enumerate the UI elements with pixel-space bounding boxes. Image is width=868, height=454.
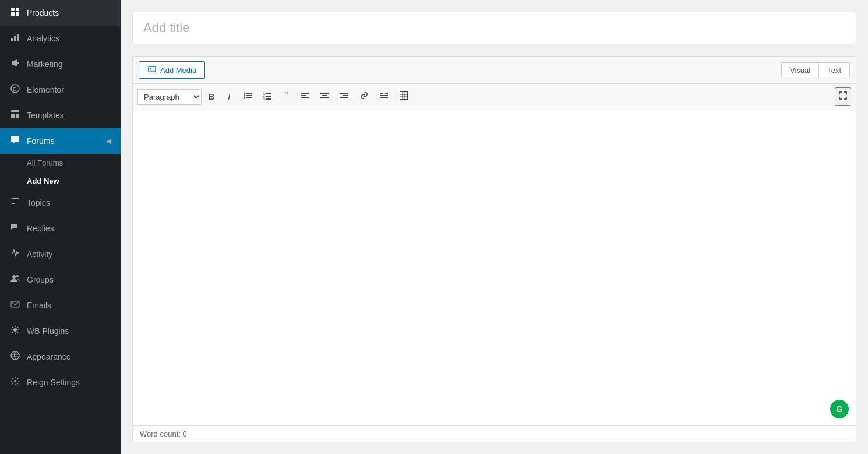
sidebar-item-marketing[interactable]: Marketing	[0, 51, 121, 77]
svg-rect-42	[380, 97, 388, 98]
bold-button[interactable]: B	[204, 90, 219, 104]
add-new-label: Add New	[27, 177, 59, 185]
align-left-button[interactable]	[296, 90, 313, 104]
svg-rect-33	[301, 97, 309, 98]
svg-rect-11	[16, 114, 19, 118]
sidebar-item-replies[interactable]: Replies	[0, 216, 121, 241]
align-right-button[interactable]	[336, 90, 353, 104]
sidebar-item-appearance[interactable]: Appearance	[0, 344, 121, 369]
sidebar-label-wb-plugins: WB Plugins	[27, 326, 69, 336]
svg-rect-0	[11, 8, 15, 11]
sidebar-item-activity[interactable]: Activity	[0, 241, 121, 267]
svg-rect-24	[246, 97, 252, 98]
svg-text:E: E	[13, 86, 16, 92]
elementor-icon: E	[9, 84, 21, 96]
svg-rect-39	[340, 97, 348, 98]
sidebar-label-products: Products	[27, 8, 59, 17]
forums-icon	[9, 135, 21, 147]
sidebar-item-topics[interactable]: Topics	[0, 190, 121, 216]
svg-rect-1	[16, 8, 19, 11]
table-button[interactable]	[395, 89, 412, 104]
forums-arrow-icon: ◀	[106, 137, 111, 145]
view-tabs: Visual Text	[781, 62, 850, 78]
svg-rect-4	[11, 38, 13, 41]
sidebar-item-products[interactable]: Products	[0, 0, 121, 26]
products-icon	[9, 7, 21, 19]
svg-rect-37	[340, 93, 348, 94]
sidebar-subitem-add-new[interactable]: Add New	[0, 172, 121, 190]
add-media-button[interactable]: Add Media	[139, 61, 205, 79]
svg-rect-9	[11, 110, 19, 112]
sidebar-item-forums[interactable]: Forums ◀	[0, 128, 121, 154]
sidebar-label-marketing: Marketing	[27, 59, 62, 69]
marketing-icon	[9, 58, 21, 70]
reign-settings-icon	[9, 376, 21, 388]
paragraph-select[interactable]: Paragraph Heading 1 Heading 2 Heading 3 …	[137, 89, 202, 105]
tab-visual[interactable]: Visual	[781, 62, 818, 78]
sidebar-item-elementor[interactable]: E Elementor	[0, 77, 121, 103]
align-right-icon	[340, 93, 348, 100]
svg-rect-36	[320, 97, 329, 98]
ordered-list-button[interactable]: 1.2.3.	[259, 89, 276, 104]
svg-point-15	[13, 328, 17, 332]
appearance-icon	[9, 351, 21, 363]
all-forums-label: All Forums	[27, 159, 63, 167]
main-content: Add Media Visual Text Paragraph Heading …	[121, 0, 868, 454]
svg-rect-41	[380, 95, 388, 96]
svg-rect-30	[266, 98, 271, 100]
sidebar-label-elementor: Elementor	[27, 85, 64, 94]
blockquote-button[interactable]: "	[278, 88, 294, 105]
svg-rect-22	[246, 95, 252, 96]
replies-icon	[9, 223, 21, 234]
svg-rect-44	[400, 92, 408, 100]
svg-rect-38	[343, 95, 348, 96]
sidebar-label-replies: Replies	[27, 224, 54, 233]
add-media-icon	[147, 65, 157, 75]
sidebar-label-emails: Emails	[27, 301, 51, 310]
align-center-button[interactable]	[316, 90, 333, 104]
link-button[interactable]	[355, 89, 373, 104]
post-title-input[interactable]	[132, 12, 856, 44]
sidebar-item-emails[interactable]: Emails	[0, 293, 121, 318]
svg-point-21	[244, 95, 245, 97]
fullscreen-button[interactable]	[835, 87, 851, 106]
sidebar-label-templates: Templates	[27, 111, 64, 120]
editor-container: Add Media Visual Text Paragraph Heading …	[132, 56, 856, 442]
tab-text[interactable]: Text	[818, 62, 850, 78]
sidebar-item-reign-settings[interactable]: Reign Settings	[0, 369, 121, 395]
analytics-icon	[9, 33, 21, 44]
unordered-list-icon	[244, 91, 252, 100]
sidebar-label-topics: Topics	[27, 198, 50, 207]
svg-rect-34	[320, 93, 329, 94]
sidebar-item-templates[interactable]: Templates	[0, 103, 121, 128]
sidebar-item-groups[interactable]: Groups	[0, 267, 121, 293]
svg-rect-32	[301, 95, 306, 96]
sidebar-label-activity: Activity	[27, 249, 52, 259]
svg-rect-14	[11, 301, 19, 307]
unordered-list-button[interactable]	[239, 89, 256, 104]
italic-button[interactable]: I	[221, 90, 237, 104]
sidebar-item-analytics[interactable]: Analytics	[0, 26, 121, 51]
grammarly-badge: G	[830, 400, 849, 418]
sidebar-label-forums: Forums	[27, 136, 54, 146]
svg-point-19	[244, 93, 245, 94]
link-icon	[360, 91, 368, 100]
emails-icon	[9, 300, 21, 311]
horizontal-rule-button[interactable]	[375, 89, 393, 104]
sidebar-label-analytics: Analytics	[27, 34, 59, 43]
topics-icon	[9, 197, 21, 209]
svg-rect-20	[246, 93, 252, 94]
hr-icon	[380, 91, 388, 100]
editor-body[interactable]: G	[133, 110, 856, 425]
word-count-bar: Word count: 0	[133, 425, 856, 442]
svg-point-13	[16, 275, 19, 277]
svg-text:3.: 3.	[263, 97, 266, 100]
sidebar-item-wb-plugins[interactable]: WB Plugins	[0, 318, 121, 344]
svg-rect-31	[301, 93, 309, 94]
sidebar-subitem-all-forums[interactable]: All Forums	[0, 154, 121, 172]
svg-rect-3	[16, 12, 19, 16]
svg-rect-35	[322, 95, 327, 96]
svg-rect-28	[266, 96, 271, 97]
table-icon	[400, 91, 408, 100]
svg-point-23	[244, 97, 245, 99]
